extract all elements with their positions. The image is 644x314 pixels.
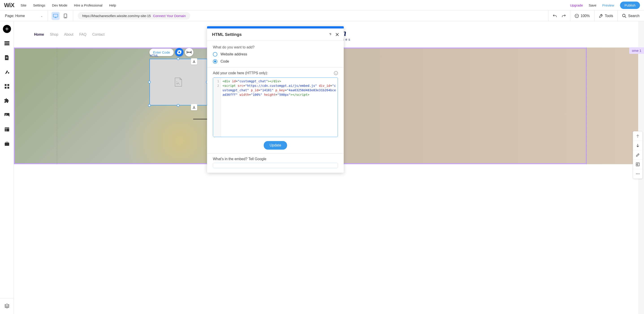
sections-button[interactable] xyxy=(3,39,11,47)
move-down-button[interactable] xyxy=(633,141,642,150)
radio-icon xyxy=(213,52,217,57)
svg-rect-8 xyxy=(6,57,8,57)
close-panel-button[interactable] xyxy=(336,33,339,36)
menu-site[interactable]: Site xyxy=(20,3,26,7)
floating-tools xyxy=(633,131,643,179)
more-button[interactable] xyxy=(633,169,642,179)
nav-shop[interactable]: Shop xyxy=(50,33,58,37)
element-type-label: HTML xyxy=(150,54,158,57)
download-icon xyxy=(192,60,196,63)
divider xyxy=(207,67,344,68)
editor-toolbar: Page: Home ⌄ https://khachanesofien.wixs… xyxy=(0,11,644,21)
svg-rect-12 xyxy=(8,84,9,86)
resize-handle-n[interactable] xyxy=(177,57,180,60)
embed-seo-input[interactable] xyxy=(213,163,338,168)
apps-button[interactable] xyxy=(3,82,11,90)
design-button[interactable] xyxy=(3,68,11,76)
svg-rect-13 xyxy=(5,87,6,89)
url-bar: https://khachanesofien.wixsite.com/my-si… xyxy=(73,12,548,20)
search-button[interactable]: Search xyxy=(618,11,644,21)
nav-contact[interactable]: Contact xyxy=(92,33,105,37)
nav-about[interactable]: About xyxy=(64,33,74,37)
wrench-icon xyxy=(599,14,603,18)
menu-devmode[interactable]: Dev Mode xyxy=(52,3,67,7)
guide-right xyxy=(586,48,587,164)
menu-help[interactable]: Help xyxy=(109,3,116,7)
move-up-button[interactable] xyxy=(633,131,642,141)
menu-hire[interactable]: Hire a Professional xyxy=(74,3,102,7)
resize-handle-sw[interactable] xyxy=(148,104,151,107)
info-icon xyxy=(334,71,338,75)
content-manager-button[interactable] xyxy=(3,125,11,133)
arrow-down-icon xyxy=(636,144,639,147)
desktop-view-button[interactable] xyxy=(52,12,60,20)
radio-label: Code xyxy=(220,60,229,64)
download-button-2[interactable] xyxy=(191,104,197,110)
desktop-icon xyxy=(53,14,58,18)
svg-point-23 xyxy=(639,174,640,174)
layout-icon xyxy=(636,163,640,166)
wix-logo[interactable]: WiX xyxy=(4,2,14,9)
zoom-control[interactable]: 100% xyxy=(570,11,594,21)
add-element-button[interactable] xyxy=(3,25,11,33)
element-settings-button[interactable] xyxy=(175,48,184,57)
media-button[interactable] xyxy=(3,111,11,119)
nav-faq[interactable]: FAQ xyxy=(79,33,86,37)
download-button-1[interactable] xyxy=(191,58,197,65)
editor-canvas[interactable]: Home Shop About FAQ Contact LushLash nat… xyxy=(14,21,644,314)
radio-code[interactable]: Code xyxy=(213,59,338,64)
site-url: https://khachanesofien.wixsite.com/my-si… xyxy=(82,14,151,18)
html-iframe-placeholder[interactable] xyxy=(150,59,207,105)
hidden-element-tag[interactable]: ome 1 xyxy=(629,47,644,54)
search-icon xyxy=(622,14,626,18)
tools-button[interactable]: Tools xyxy=(594,11,618,21)
publish-button[interactable]: Publish xyxy=(620,2,640,9)
svg-rect-9 xyxy=(6,58,8,58)
undo-icon xyxy=(553,14,557,18)
redo-button[interactable] xyxy=(562,11,570,21)
resize-handle-s[interactable] xyxy=(177,104,180,107)
menu-settings[interactable]: Settings xyxy=(33,3,45,7)
svg-rect-7 xyxy=(4,44,10,45)
more-icon xyxy=(636,173,640,174)
help-button[interactable] xyxy=(328,33,332,36)
upgrade-link[interactable]: Upgrade xyxy=(570,3,583,7)
info-button[interactable] xyxy=(334,71,338,75)
stretch-button[interactable] xyxy=(185,48,194,57)
nav-home[interactable]: Home xyxy=(34,33,44,37)
url-pill[interactable]: https://khachanesofien.wixsite.com/my-si… xyxy=(78,12,190,20)
save-button[interactable]: Save xyxy=(589,3,596,7)
business-button[interactable] xyxy=(3,140,11,148)
code-editor[interactable]: 1 2 <div id="customgpt_chat"></div> <scr… xyxy=(213,77,338,137)
sections-icon xyxy=(4,41,10,45)
layout-button[interactable] xyxy=(633,160,642,169)
app-menubar: WiX Site Settings Dev Mode Hire a Profes… xyxy=(0,0,644,11)
selected-element[interactable]: HTML xyxy=(150,59,207,105)
svg-rect-18 xyxy=(5,143,9,146)
image-icon xyxy=(4,113,10,117)
workspace: Home Shop About FAQ Contact LushLash nat… xyxy=(0,21,644,314)
mobile-view-button[interactable] xyxy=(62,12,70,20)
undo-button[interactable] xyxy=(548,11,562,21)
download-icon xyxy=(192,106,196,109)
viewport-toggles xyxy=(48,11,73,21)
edit-button[interactable] xyxy=(633,150,642,160)
broken-file-icon xyxy=(173,77,184,87)
code-label: Add your code here (HTTPS only): xyxy=(213,71,268,75)
svg-rect-17 xyxy=(5,127,9,131)
connect-domain-link[interactable]: Connect Your Domain xyxy=(153,14,186,18)
app-market-button[interactable] xyxy=(3,97,11,105)
radio-website-address[interactable]: Website address xyxy=(213,52,338,57)
page-selector[interactable]: Page: Home ⌄ xyxy=(0,11,48,21)
site-nav: Home Shop About FAQ Contact xyxy=(34,33,105,37)
pages-button[interactable] xyxy=(3,54,11,62)
design-icon xyxy=(4,70,10,74)
redo-icon xyxy=(562,14,566,18)
preview-button[interactable]: Preview xyxy=(602,3,614,7)
svg-point-16 xyxy=(6,114,6,115)
resize-handle-w[interactable] xyxy=(148,81,151,83)
code-textarea[interactable]: <div id="customgpt_chat"></div> <script … xyxy=(221,78,338,137)
layers-button[interactable] xyxy=(3,302,11,310)
panel-accent-bar xyxy=(207,26,344,29)
update-button[interactable]: Update xyxy=(264,141,287,150)
